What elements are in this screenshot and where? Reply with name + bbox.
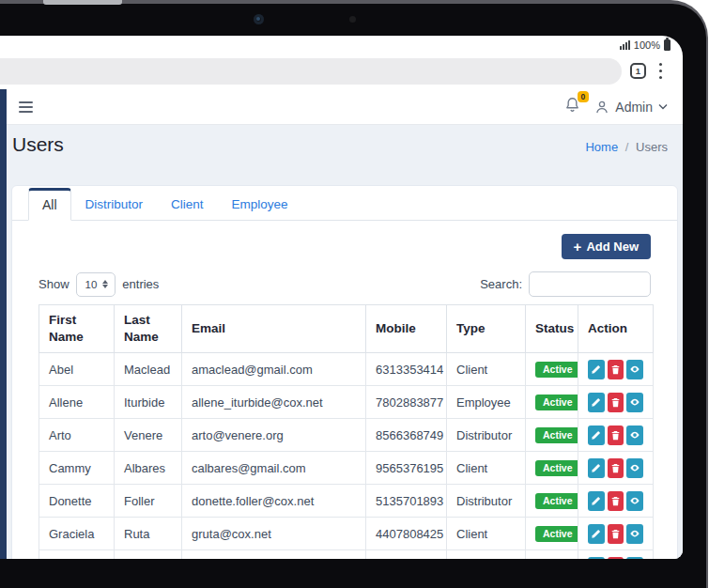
status-badge: Active	[535, 493, 578, 510]
pencil-icon	[591, 430, 601, 441]
pencil-icon	[591, 496, 601, 506]
cell-type: Client	[447, 452, 526, 485]
view-button[interactable]	[626, 393, 643, 412]
edit-button[interactable]	[588, 360, 605, 379]
cell-first-name: Abel	[39, 353, 115, 386]
search-label: Search:	[480, 277, 522, 291]
pencil-icon	[591, 364, 601, 375]
page-size-value: 10	[85, 279, 98, 290]
edit-button[interactable]	[588, 458, 605, 478]
user-icon	[594, 100, 609, 115]
cell-mobile: 4407808425	[366, 518, 447, 550]
pencil-icon	[591, 463, 601, 473]
delete-button[interactable]	[608, 393, 624, 412]
cell-last-name: Foller	[115, 485, 182, 518]
cell-email	[182, 550, 366, 559]
page-size-select[interactable]: 10	[76, 272, 116, 297]
cell-type: Client	[447, 518, 526, 550]
status-badge: Active	[535, 460, 578, 477]
cell-action	[578, 353, 654, 386]
column-header-first-name[interactable]: First Name	[39, 305, 115, 353]
view-button[interactable]	[626, 458, 643, 478]
column-header-email[interactable]: Email	[182, 305, 366, 353]
battery-percent-label: 100%	[634, 39, 660, 51]
notification-count-badge: 0	[578, 91, 590, 102]
notifications-button[interactable]: 0	[564, 97, 580, 117]
edit-button[interactable]	[588, 557, 605, 559]
trash-icon	[610, 430, 621, 441]
breadcrumb-home-link[interactable]: Home	[585, 140, 618, 154]
column-header-action[interactable]: Action	[578, 305, 654, 353]
tab-employee[interactable]: Employee	[218, 189, 302, 220]
user-menu-button[interactable]: Admin	[594, 100, 668, 115]
add-new-label: Add New	[586, 240, 639, 254]
delete-button[interactable]	[608, 426, 624, 445]
browser-address-bar[interactable]	[0, 58, 622, 85]
tab-distributor[interactable]: Distributor	[71, 189, 158, 220]
cell-action	[578, 550, 654, 559]
signal-strength-icon	[620, 40, 630, 50]
cell-first-name: Graciela	[39, 518, 115, 550]
column-header-mobile[interactable]: Mobile	[366, 305, 447, 353]
front-camera-icon	[254, 14, 264, 24]
edit-button[interactable]	[588, 524, 605, 544]
cell-last-name	[115, 550, 182, 559]
sidebar-collapsed-strip[interactable]	[0, 89, 7, 559]
cell-email: calbares@gmail.com	[182, 452, 366, 485]
delete-button[interactable]	[608, 360, 624, 379]
delete-button[interactable]	[608, 524, 624, 544]
cell-action	[578, 452, 654, 485]
browser-menu-button[interactable]	[658, 63, 662, 79]
cell-action	[578, 485, 654, 518]
delete-button[interactable]	[608, 458, 624, 478]
cell-mobile: 9565376195	[366, 452, 447, 485]
table-controls: Show 10 entries Search:	[39, 271, 651, 297]
column-header-type[interactable]: Type	[447, 305, 526, 353]
cell-last-name: Albares	[115, 452, 182, 485]
search-input[interactable]	[529, 271, 651, 297]
cell-mobile: 5135701893	[366, 485, 447, 518]
cell-email: allene_iturbide@cox.net	[182, 386, 366, 419]
cell-type: Distributor	[447, 485, 526, 518]
view-button[interactable]	[626, 360, 643, 379]
cell-email: donette.foller@cox.net	[182, 485, 366, 518]
table-row: Cammy Albares calbares@gmail.com 9565376…	[39, 452, 654, 485]
select-arrows-icon	[102, 280, 108, 288]
cell-status: Active	[526, 386, 578, 419]
cell-status: Active	[526, 550, 578, 559]
cell-last-name: Maclead	[115, 353, 182, 386]
edit-button[interactable]	[588, 393, 605, 412]
view-button[interactable]	[626, 491, 643, 511]
trash-icon	[610, 364, 621, 375]
add-new-button[interactable]: + Add New	[562, 234, 651, 259]
cell-first-name: Donette	[39, 485, 115, 518]
tab-all[interactable]: All	[28, 188, 71, 221]
view-button[interactable]	[626, 524, 643, 544]
delete-button[interactable]	[608, 491, 624, 511]
cell-action	[578, 518, 654, 550]
view-button[interactable]	[626, 426, 643, 445]
cell-last-name: Venere	[115, 419, 182, 452]
status-badge: Active	[535, 427, 578, 444]
edit-button[interactable]	[588, 491, 605, 511]
cell-status: Active	[526, 485, 578, 518]
show-label: Show	[39, 277, 69, 291]
cell-action	[578, 386, 654, 419]
delete-button[interactable]	[608, 557, 624, 559]
cell-last-name: Iturbide	[115, 386, 182, 419]
trash-icon	[610, 496, 621, 506]
cell-status: Active	[526, 518, 578, 550]
view-button[interactable]	[626, 557, 643, 559]
hamburger-menu-button[interactable]	[19, 101, 33, 113]
browser-tab-counter-button[interactable]: 1	[630, 63, 646, 79]
status-badge: Active	[535, 362, 578, 379]
column-header-status[interactable]: Status	[526, 305, 578, 353]
cell-mobile: 6313353414	[366, 353, 447, 386]
pencil-icon	[591, 397, 601, 408]
tab-client[interactable]: Client	[157, 189, 218, 220]
chevron-down-icon	[658, 103, 668, 110]
edit-button[interactable]	[588, 426, 605, 445]
column-header-last-name[interactable]: Last Name	[115, 305, 182, 353]
cell-action	[578, 419, 654, 452]
cell-mobile	[366, 550, 447, 559]
